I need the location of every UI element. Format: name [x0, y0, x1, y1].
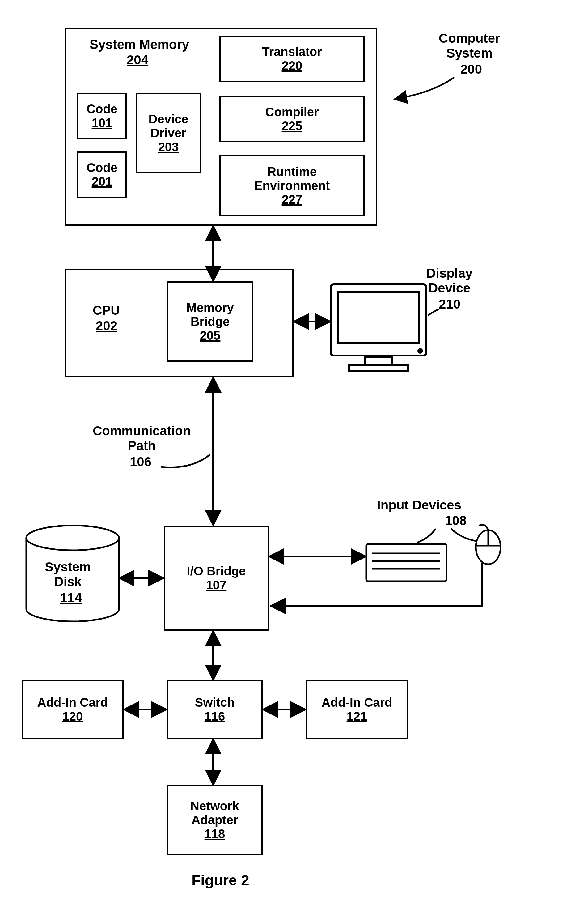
mouse-icon [476, 525, 500, 590]
computer-system-num: 200 [460, 62, 482, 77]
device-driver-label: Device Driver [149, 112, 188, 140]
network-adapter-block: Network Adapter 118 [167, 785, 262, 855]
switch-num: 116 [205, 709, 225, 723]
network-adapter-label: Network Adapter [190, 799, 239, 827]
comm-path-label: Communication Path [93, 423, 191, 453]
runtime-env-block: Runtime Environment 227 [219, 154, 364, 216]
input-devices-num: 108 [445, 513, 466, 528]
input-devices-label: Input Devices [377, 498, 461, 513]
memory-bridge-block: Memory Bridge 205 [167, 281, 253, 362]
device-driver-num: 203 [158, 140, 179, 154]
translator-block: Translator 220 [219, 36, 364, 82]
io-bridge-label: I/O Bridge [187, 564, 245, 578]
keyboard-icon [366, 544, 446, 581]
io-bridge-num: 107 [206, 578, 227, 592]
system-disk-num: 114 [60, 590, 82, 605]
code-201-label: Code [86, 161, 117, 175]
memory-bridge-num: 205 [200, 329, 221, 343]
lead-display-device [428, 309, 439, 315]
device-driver-block: Device Driver 203 [136, 93, 201, 173]
lead-comm-path [161, 454, 210, 467]
addin-card-left-label: Add-In Card [37, 695, 108, 709]
code-101-num: 101 [92, 116, 113, 130]
code-101-label: Code [86, 102, 117, 116]
addin-card-right-label: Add-In Card [322, 695, 392, 709]
cpu-num: 202 [96, 318, 117, 333]
svg-rect-4 [364, 357, 392, 365]
computer-system-label: Computer System [439, 31, 500, 60]
addin-card-right-block: Add-In Card 121 [306, 680, 408, 739]
switch-label: Switch [195, 695, 235, 709]
lead-input-devices-mouse [451, 529, 476, 541]
code-201-block: Code 201 [77, 151, 127, 198]
svg-point-0 [26, 525, 119, 550]
svg-point-1 [26, 525, 119, 550]
system-disk-label: System Disk [45, 559, 91, 589]
system-memory-num: 204 [127, 53, 148, 67]
svg-point-6 [418, 349, 422, 353]
conn-mouse-to-iobridge [272, 590, 482, 606]
io-bridge-block: I/O Bridge 107 [164, 525, 269, 631]
code-101-block: Code 101 [77, 93, 127, 139]
compiler-label: Compiler [265, 105, 319, 119]
cpu-label: CPU [93, 303, 120, 318]
svg-rect-7 [366, 544, 446, 581]
compiler-num: 225 [282, 119, 302, 133]
runtime-env-num: 227 [282, 193, 302, 207]
display-monitor-icon [330, 284, 426, 371]
code-201-num: 201 [92, 175, 113, 188]
compiler-block: Compiler 225 [219, 96, 364, 142]
addin-card-left-num: 120 [62, 709, 83, 723]
lead-input-devices-kbd [417, 529, 436, 542]
lead-arrow-computer-system [395, 77, 454, 99]
memory-bridge-label: Memory Bridge [186, 301, 234, 329]
diagram-canvas: System Memory 204 Code 101 Code 201 Devi… [0, 0, 588, 899]
svg-rect-3 [338, 292, 419, 343]
translator-num: 220 [282, 59, 302, 73]
runtime-env-label: Runtime Environment [254, 165, 330, 193]
comm-path-num: 106 [130, 454, 151, 469]
svg-rect-5 [349, 365, 408, 371]
translator-label: Translator [262, 45, 322, 59]
svg-rect-2 [330, 284, 426, 355]
addin-card-left-block: Add-In Card 120 [22, 680, 123, 739]
addin-card-right-num: 121 [347, 709, 367, 723]
system-memory-title: System Memory [90, 37, 189, 52]
switch-block: Switch 116 [167, 680, 262, 739]
display-device-label: Display Device [426, 266, 472, 295]
figure-caption: Figure 2 [191, 872, 249, 889]
display-device-num: 210 [439, 297, 460, 312]
network-adapter-num: 118 [205, 827, 225, 841]
